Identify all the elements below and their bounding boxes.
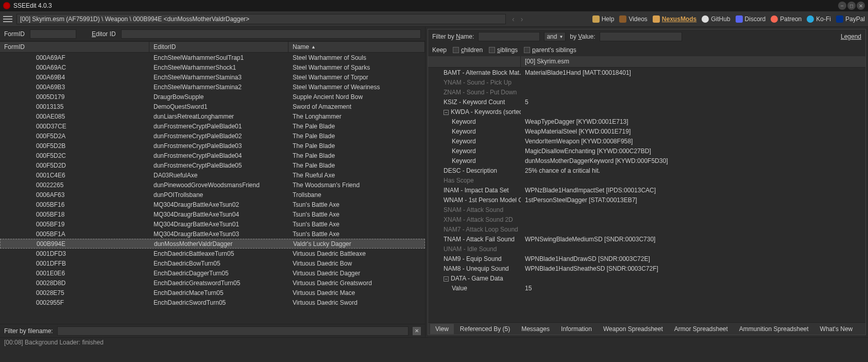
detail-row[interactable]: KeywordWeapMaterialSteel [KYWD:0001E719] xyxy=(428,126,865,136)
detail-row[interactable]: ZNAM - Sound - Put Down xyxy=(428,87,865,97)
collapse-icon[interactable]: − xyxy=(444,110,449,115)
table-row[interactable]: 0001C4E6DA03RuefulAxeThe Rueful Axe xyxy=(0,170,425,180)
detail-row[interactable]: KSIZ - Keyword Count5 xyxy=(428,97,865,107)
detail-row[interactable]: KeyworddunMossMotherDaggerKeyword [KYWD:… xyxy=(428,156,865,166)
table-row[interactable]: 0002955FEnchDaedricSwordTurn05Virtuous D… xyxy=(0,298,425,307)
minimize-button[interactable]: − xyxy=(838,2,846,10)
detail-row[interactable]: KeywordMagicDisallowEnchanting [KYWD:000… xyxy=(428,146,865,156)
help-link[interactable]: Help xyxy=(592,15,615,23)
table-row[interactable]: 000A69AFEnchSteelWarhammerSoulTrap1Steel… xyxy=(0,53,425,62)
clear-filter-button[interactable]: ✕ xyxy=(413,327,421,335)
detail-row[interactable]: BAMT - Alternate Block Mat...MaterialBla… xyxy=(428,68,865,77)
paypal-icon xyxy=(836,15,843,23)
table-row[interactable]: 00028E75EnchDaedricMaceTurn05Virtuous Da… xyxy=(0,288,425,298)
tab-view[interactable]: View xyxy=(430,324,454,334)
filter-value-input[interactable] xyxy=(600,32,682,41)
tab-referenced-by[interactable]: Referenced By (5) xyxy=(455,324,515,334)
legend-link[interactable]: Legend xyxy=(841,33,861,40)
table-row[interactable]: 0005BF18MQ304DraugrBattleAxeTsun04Tsun's… xyxy=(0,209,425,219)
detail-row[interactable]: KeywordVendorItemWeapon [KYWD:0008F958] xyxy=(428,136,865,146)
detail-row[interactable]: −KWDA - Keywords (sorted) xyxy=(428,107,865,117)
table-row[interactable]: 000A69B3EnchSteelWarhammerStamina2Steel … xyxy=(0,82,425,92)
patreon-link[interactable]: Patreon xyxy=(771,15,802,23)
table-row[interactable]: 000D37CEdunFrostmereCryptPaleBlade01The … xyxy=(0,121,425,131)
table-row[interactable]: 0005BF1AMQ304DraugrBattleAxeTsun03Tsun's… xyxy=(0,229,425,239)
keep-children-checkbox[interactable]: children xyxy=(453,46,483,54)
filter-logic-dropdown[interactable]: and▼ xyxy=(544,32,566,41)
nexus-link[interactable]: NexusMods xyxy=(653,15,696,23)
menu-button[interactable] xyxy=(3,16,12,22)
nav-back-button[interactable]: ‹ xyxy=(510,15,517,23)
github-link[interactable]: GitHub xyxy=(702,15,730,23)
close-button[interactable]: ✕ xyxy=(857,2,865,10)
discord-icon xyxy=(736,15,743,23)
tab-messages[interactable]: Messages xyxy=(516,324,555,334)
table-row[interactable]: 0005BF16MQ304DraugrBattleAxeTsun02Tsun's… xyxy=(0,200,425,209)
table-row[interactable]: 0005BF19MQ304DraugrBattleAxeTsun01Tsun's… xyxy=(0,219,425,229)
table-row[interactable]: 000F5D2DdunFrostmereCryptPaleBlade05The … xyxy=(0,160,425,170)
table-row[interactable]: 000AE085dunLiarsRetreatLonghammerThe Lon… xyxy=(0,111,425,121)
detail-row[interactable]: NAM8 - Unequip SoundWPNBlade1HandSheathe… xyxy=(428,264,865,273)
detail-row[interactable]: DESC - Description25% chance of a critic… xyxy=(428,166,865,175)
detail-row[interactable]: NAM7 - Attack Loop Sound xyxy=(428,224,865,234)
table-row[interactable]: 000F5D2BdunFrostmereCryptPaleBlade03The … xyxy=(0,141,425,151)
table-row[interactable]: 0001DFD3EnchDaedricBattleaxeTurn05Virtuo… xyxy=(0,249,425,258)
table-row[interactable]: 0005D179DraugrBowSuppleSupple Ancient No… xyxy=(0,92,425,102)
table-row[interactable]: 00022265dunPinewoodGroveWoodsmansFriendT… xyxy=(0,180,425,190)
paypal-link[interactable]: PayPal xyxy=(836,15,865,23)
detail-row[interactable]: NAM9 - Equip SoundWPNBlade1HandDrawSD [S… xyxy=(428,254,865,264)
detail-row[interactable]: YNAM - Sound - Pick Up xyxy=(428,77,865,87)
nexus-icon xyxy=(653,15,660,23)
record-list[interactable]: 000A69AFEnchSteelWarhammerSoulTrap1Steel… xyxy=(0,53,425,324)
status-bar: [00:08] Background Loader: finished xyxy=(0,337,868,348)
editorid-filter-input[interactable] xyxy=(121,29,421,39)
maximize-button[interactable]: □ xyxy=(847,2,856,10)
filter-name-label: Filter by Name: xyxy=(432,33,474,40)
detail-row[interactable]: Has Scope xyxy=(428,175,865,185)
table-row[interactable]: 0001DFFBEnchDaedricBowTurn05Virtuous Dae… xyxy=(0,258,425,268)
column-editorid[interactable]: EditorID xyxy=(149,42,288,52)
nav-forward-button[interactable]: › xyxy=(519,15,525,23)
collapse-icon[interactable]: − xyxy=(444,276,449,282)
detail-row[interactable]: Value15 xyxy=(428,283,865,293)
tab-weapon-spreadsheet[interactable]: Weapon Spreadsheet xyxy=(598,324,668,334)
detail-field-column[interactable] xyxy=(428,56,521,67)
formid-filter-label: FormID xyxy=(4,30,25,38)
tab-armor-spreadsheet[interactable]: Armor Spreadsheet xyxy=(669,324,733,334)
table-row[interactable]: 0001E0E6EnchDaedricDaggerTurn05Virtuous … xyxy=(0,268,425,278)
column-formid[interactable]: FormID xyxy=(0,42,149,52)
keep-parents-checkbox[interactable]: parent's siblings xyxy=(524,46,576,54)
table-row[interactable]: 00013135DemoQuestSword1Sword of Amazemen… xyxy=(0,102,425,111)
table-row[interactable]: 000A69B4EnchSteelWarhammerStamina3Steel … xyxy=(0,72,425,82)
filename-filter-input[interactable] xyxy=(57,326,409,336)
detail-row[interactable]: KeywordWeapTypeDagger [KYWD:0001E713] xyxy=(428,117,865,126)
detail-row[interactable]: WNAM - 1st Person Model O...1stPersonSte… xyxy=(428,195,865,205)
table-row[interactable]: 000F5D2AdunFrostmereCryptPaleBlade02The … xyxy=(0,131,425,141)
table-row[interactable]: 000B994EdunMossMotherValdrDaggerValdr's … xyxy=(0,239,425,249)
tab-information[interactable]: Information xyxy=(556,324,597,334)
detail-row[interactable]: SNAM - Attack Sound xyxy=(428,205,865,215)
detail-plugin-column[interactable]: [00] Skyrim.esm xyxy=(521,56,865,67)
table-row[interactable]: 000F5D2CdunFrostmereCryptPaleBlade04The … xyxy=(0,151,425,160)
tab-ammo-spreadsheet[interactable]: Ammunition Spreadsheet xyxy=(734,324,814,334)
detail-row[interactable]: −DATA - Game Data xyxy=(428,273,865,283)
table-row[interactable]: 0006AF63dunPOITrollsbaneTrollsbane xyxy=(0,190,425,200)
formid-filter-input[interactable] xyxy=(30,29,76,39)
tab-whats-new[interactable]: What's New xyxy=(815,324,858,334)
discord-link[interactable]: Discord xyxy=(736,15,766,23)
chevron-down-icon: ▼ xyxy=(559,35,563,39)
filter-name-input[interactable] xyxy=(478,32,540,41)
detail-row[interactable]: UNAM - Idle Sound xyxy=(428,244,865,254)
left-panel: FormID Editor ID FormID EditorID Name▲ 0… xyxy=(0,27,426,337)
table-row[interactable]: 000A69ACEnchSteelWarhammerShock1Steel Wa… xyxy=(0,62,425,72)
detail-list[interactable]: BAMT - Alternate Block Mat...MaterialBla… xyxy=(428,68,865,322)
kofi-link[interactable]: Ko-Fi xyxy=(807,15,831,23)
path-display[interactable]: [00] Skyrim.esm (AF75991D) \ Weapon \ 00… xyxy=(16,14,506,24)
detail-row[interactable]: INAM - Impact Data SetWPNzBlade1HandImpa… xyxy=(428,185,865,195)
table-row[interactable]: 00028D8DEnchDaedricGreatswordTurn05Virtu… xyxy=(0,278,425,288)
keep-siblings-checkbox[interactable]: siblings xyxy=(489,46,518,54)
detail-row[interactable]: XNAM - Attack Sound 2D xyxy=(428,215,865,224)
videos-link[interactable]: Videos xyxy=(619,15,647,23)
column-name[interactable]: Name▲ xyxy=(288,42,425,52)
detail-row[interactable]: TNAM - Attack Fail SoundWPNSwingBladeMed… xyxy=(428,234,865,244)
